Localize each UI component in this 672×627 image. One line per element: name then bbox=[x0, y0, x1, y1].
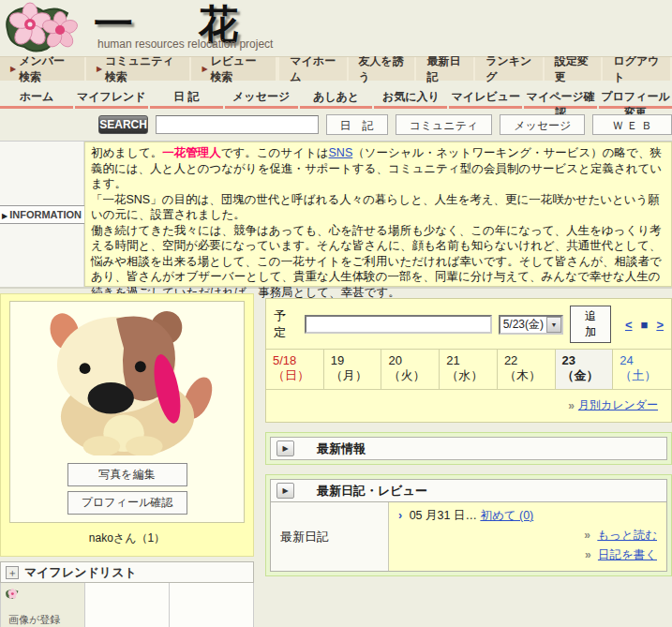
information-arrow-icon: ▶ bbox=[2, 212, 7, 220]
diary-links: » もっと読む » 日記を書く bbox=[398, 528, 657, 563]
information-label-text: INFORMATION bbox=[9, 209, 82, 220]
schedule-footer: » 月別カレンダー bbox=[266, 390, 671, 422]
day-cell-saturday[interactable]: 24（土） bbox=[613, 350, 671, 389]
latest-diary-bar: ▶ 最新日記・レビュー bbox=[270, 479, 667, 502]
day-cell-thursday[interactable]: 22（木） bbox=[498, 350, 556, 389]
entry-arrow-icon: › bbox=[398, 509, 402, 522]
search-bar: SEARCH 日 記 コミュニティ メッセージ Ｗ Ｅ Ｂ bbox=[0, 109, 672, 141]
nav-label: コミュニティ検索 bbox=[105, 53, 179, 85]
week-navigation: < ■ > bbox=[625, 318, 664, 332]
nav-arrow-icon: ▶ bbox=[97, 65, 102, 73]
nav-label: ログアウト bbox=[613, 53, 660, 85]
latest-diary-body: 最新日記 › 05 月31 日… 初めて (0) » もっと読む bbox=[270, 502, 667, 572]
tab-footprints[interactable]: あしあと bbox=[300, 84, 373, 109]
page: 一 花 human resources relocation project ▶… bbox=[0, 0, 672, 627]
profile-photo-frame: 写真を編集 プロフィール確認 bbox=[9, 301, 245, 523]
friend-cell[interactable]: 画像が登録 されていません bbox=[1, 583, 85, 627]
myfriend-list-header: ＋ マイフレンドリスト bbox=[0, 561, 254, 583]
expand-arrow-icon[interactable]: ▶ bbox=[276, 483, 294, 499]
site-subtitle: human resources relocation project bbox=[97, 37, 273, 51]
read-more-link[interactable]: もっと読む bbox=[597, 529, 657, 542]
prev-week-link[interactable]: < bbox=[625, 318, 633, 332]
day-cell-sunday[interactable]: 5/18（日） bbox=[266, 350, 324, 389]
write-diary-link[interactable]: 日記を書く bbox=[598, 548, 657, 561]
entry-title-link[interactable]: 初めて (0) bbox=[480, 509, 533, 522]
nav-settings[interactable]: 設定変更 bbox=[545, 57, 604, 81]
add-schedule-button[interactable]: 追加 bbox=[570, 306, 611, 343]
search-scope-diary-button[interactable]: 日 記 bbox=[326, 114, 388, 135]
information-paragraph-2: 「一花SNS」の目的は、団塊の世代と呼ばれる人々の暮らしと、人生を考え、更に一花… bbox=[91, 192, 665, 223]
entry-date: 05 月31 日… bbox=[410, 509, 477, 522]
myfriend-list-title: マイフレンドリスト bbox=[24, 564, 137, 581]
nav-label: ランキング bbox=[485, 53, 532, 85]
expand-arrow-icon[interactable]: ▶ bbox=[276, 440, 294, 456]
tab-message[interactable]: メッセージ bbox=[225, 84, 298, 109]
edit-photo-button[interactable]: 写真を編集 bbox=[67, 463, 187, 486]
tab-profile-change[interactable]: プロフィール変更 bbox=[599, 84, 672, 109]
latest-diary-title: 最新日記・レビュー bbox=[317, 483, 427, 500]
left-column: 写真を編集 プロフィール確認 nakoさん（1） ＋ マイフレンドリスト 画像が… bbox=[0, 293, 254, 627]
expand-plus-icon[interactable]: ＋ bbox=[6, 566, 19, 579]
profile-box: 写真を編集 プロフィール確認 nakoさん（1） bbox=[0, 293, 254, 557]
search-button[interactable]: SEARCH bbox=[98, 115, 148, 134]
nav-arrow-icon: ▶ bbox=[10, 65, 16, 73]
primary-nav-account-group: マイホーム 友人を誘う 最新日記 ランキング 設定変更 ログアウト bbox=[279, 57, 672, 81]
tab-nav: ホーム マイフレンド 日 記 メッセージ あしあと お気に入り マイレビュー マ… bbox=[0, 81, 672, 109]
tab-myreview[interactable]: マイレビュー bbox=[449, 84, 522, 109]
no-image-text: 画像が登録 されていません bbox=[1, 607, 84, 627]
tab-myfriend[interactable]: マイフレンド bbox=[75, 84, 148, 109]
nav-label: マイホーム bbox=[290, 53, 336, 85]
nav-myhome[interactable]: マイホーム bbox=[279, 57, 348, 81]
day-cell-friday-today[interactable]: 23（金） bbox=[556, 350, 614, 389]
next-week-link[interactable]: > bbox=[656, 318, 664, 332]
nav-review-search[interactable]: ▶ レビュー検索 bbox=[191, 57, 277, 81]
nav-community-search[interactable]: ▶ コミュニティ検索 bbox=[86, 57, 191, 81]
friend-cell-empty bbox=[170, 583, 254, 627]
nav-invite-friend[interactable]: 友人を誘う bbox=[349, 57, 417, 81]
selected-date: 5/23(金) bbox=[500, 317, 546, 333]
schedule-label: 予定 bbox=[274, 307, 298, 341]
friend-placeholder bbox=[1, 583, 84, 607]
tab-favorites[interactable]: お気に入り bbox=[374, 84, 447, 109]
monthly-calendar-link[interactable]: 月別カレンダー bbox=[578, 397, 658, 413]
admin-name: 一花管理人 bbox=[162, 146, 221, 159]
nav-label: 設定変更 bbox=[555, 53, 591, 85]
day-cell-monday[interactable]: 19（月） bbox=[324, 350, 382, 389]
nav-logout[interactable]: ログアウト bbox=[603, 57, 672, 81]
nav-latest-diary[interactable]: 最新日記 bbox=[416, 57, 475, 81]
sns-link[interactable]: SNS bbox=[329, 146, 353, 159]
search-scope-community-button[interactable]: コミュニティ bbox=[396, 114, 493, 135]
tab-mypage-check[interactable]: マイページ確認 bbox=[524, 84, 597, 109]
information-section: ▶INFORMATION 初めまして。一花管理人です。このサイトはSNS（ソーシ… bbox=[0, 141, 672, 289]
latest-diary-content: › 05 月31 日… 初めて (0) » もっと読む » 日記を書く bbox=[389, 502, 666, 571]
search-scope-message-button[interactable]: メッセージ bbox=[500, 114, 585, 135]
tab-diary[interactable]: 日 記 bbox=[150, 84, 223, 109]
nav-member-search[interactable]: ▶ メンバー検索 bbox=[0, 57, 86, 81]
latest-diary-row-label: 最新日記 bbox=[271, 502, 389, 571]
latest-diary-section: ▶ 最新日記・レビュー 最新日記 › 05 月31 日… 初めて (0) » bbox=[265, 474, 672, 576]
nav-label: 友人を誘う bbox=[359, 53, 405, 85]
information-text: 初めまして。一花管理人です。このサイトはSNS（ソーシャル・ネットワーキング・サ… bbox=[84, 142, 672, 287]
schedule-input[interactable] bbox=[305, 315, 492, 334]
latest-info-bar: ▶ 最新情報 bbox=[270, 437, 667, 460]
schedule-date-select[interactable]: 5/23(金) ▼ bbox=[499, 315, 563, 335]
search-input[interactable] bbox=[156, 115, 318, 134]
friend-cell-empty bbox=[85, 583, 170, 627]
link-arrow-icon: » bbox=[584, 529, 590, 542]
current-week-icon[interactable]: ■ bbox=[641, 318, 649, 332]
confirm-profile-button[interactable]: プロフィール確認 bbox=[67, 491, 187, 515]
search-scope-web-button[interactable]: Ｗ Ｅ Ｂ bbox=[592, 114, 672, 135]
schedule-box: 予定 5/23(金) ▼ 追加 < ■ > 5/18（日） bbox=[265, 298, 672, 423]
information-side: ▶INFORMATION bbox=[0, 142, 84, 287]
primary-nav-search-group: ▶ メンバー検索 ▶ コミュニティ検索 ▶ レビュー検索 bbox=[0, 57, 277, 81]
day-cell-tuesday[interactable]: 20（火） bbox=[381, 350, 440, 389]
information-label[interactable]: ▶INFORMATION bbox=[0, 205, 87, 224]
tab-home[interactable]: ホーム bbox=[0, 84, 73, 109]
week-days-row: 5/18（日） 19（月） 20（火） 21（水） 22（木） bbox=[266, 349, 671, 390]
dropdown-arrow-icon[interactable]: ▼ bbox=[546, 317, 561, 333]
profile-caption: nakoさん（1） bbox=[9, 523, 245, 552]
latest-info-section: ▶ 最新情報 bbox=[265, 432, 672, 465]
nav-ranking[interactable]: ランキング bbox=[475, 57, 545, 81]
site-header: 一 花 human resources relocation project bbox=[0, 0, 672, 56]
day-cell-wednesday[interactable]: 21（水） bbox=[440, 350, 498, 389]
